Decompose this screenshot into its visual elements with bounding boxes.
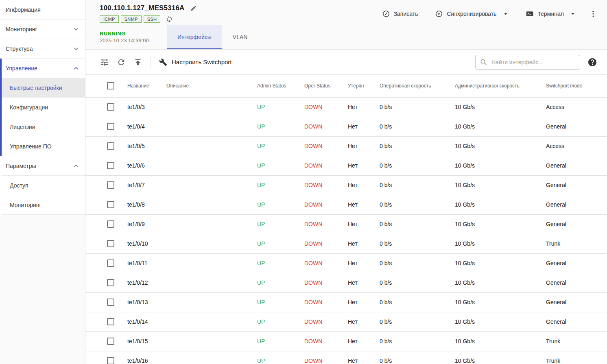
row-checkbox[interactable] [107,279,114,286]
upload-button[interactable] [131,55,145,70]
chevron-up-icon [72,162,80,170]
synchronize-dropdown-button[interactable] [500,7,511,20]
chevron-down-icon [502,10,510,18]
sidebar-item-information[interactable]: Информация [0,0,85,20]
pencil-icon [190,5,197,11]
more-menu-button[interactable] [587,8,599,20]
sidebar-item-label: Управление [6,65,37,72]
cell-admin-speed: 10 Gb/s [455,312,546,331]
row-checkbox[interactable] [107,318,114,325]
refresh-table-button[interactable] [114,55,129,70]
sidebar-item-management[interactable]: Управление [2,59,85,78]
tab-vlan[interactable]: VLAN [222,25,258,49]
table-row: te1/0/9UPDOWNНет0 b/s10 Gb/sGeneral [85,214,607,234]
cell-admin-speed: 10 Gb/s [455,97,546,117]
column-header-description: Описание [166,75,257,97]
sidebar-item-licenses[interactable]: Лицензии [2,117,85,137]
table-row: te1/0/16UPDOWNНет0 b/s10 Gb/sTrunk [85,351,607,364]
row-checkbox[interactable] [107,142,114,150]
sidebar-item-access[interactable]: Доступ [2,176,85,195]
cell-admin-status: UP [257,136,304,156]
cell-oper-status: DOWN [304,253,348,273]
cell-admin-status: UP [257,253,304,273]
write-button[interactable]: Записать [379,7,421,20]
cell-switchport-mode: Trunk [546,351,607,364]
cell-admin-speed: 10 Gb/s [455,331,546,351]
table-row: te1/0/8UPDOWNНет0 b/s10 Gb/sGeneral [85,195,607,214]
sidebar-item-configurations[interactable]: Конфигурации [2,98,85,117]
cell-lost: Нет [348,273,380,292]
cell-lost: Нет [348,234,380,253]
cell-admin-status: UP [257,331,304,351]
row-checkbox[interactable] [107,103,114,111]
cell-oper-speed: 0 b/s [380,156,455,175]
cell-description [166,97,257,117]
row-checkbox[interactable] [107,123,114,130]
cell-description [166,234,257,253]
row-checkbox[interactable] [107,220,114,228]
cell-oper-speed: 0 b/s [380,351,455,364]
cell-admin-status: UP [257,214,304,234]
app-root: Информация Мониторинг Структура Управлен… [0,0,607,364]
row-checkbox[interactable] [107,162,114,169]
device-actions: Записать Синхронизировать Терминал [379,7,599,20]
cell-lost: Нет [348,136,380,156]
protocol-badge-ssh: SSH [144,15,161,23]
cell-name: te1/0/7 [127,175,166,195]
table-row: te1/0/12UPDOWNНет0 b/s10 Gb/sGeneral [85,273,607,292]
sidebar-item-software-management[interactable]: Управление ПО [2,137,85,156]
row-checkbox[interactable] [107,240,114,247]
sidebar-item-monitoring[interactable]: Мониторинг [0,20,85,39]
select-all-checkbox[interactable] [107,82,114,89]
row-checkbox[interactable] [107,201,114,208]
column-settings-button[interactable] [97,55,112,70]
sidebar-item-label: Структура [6,46,33,52]
synchronize-label: Синхронизировать [447,11,496,17]
row-checkbox[interactable] [107,338,114,345]
cell-admin-speed: 10 Gb/s [455,234,546,253]
cell-name: te1/0/4 [127,117,166,136]
sidebar-item-label: Доступ [10,182,28,189]
row-checkbox[interactable] [107,259,114,267]
cell-admin-status: UP [257,175,304,195]
sidebar-item-label: Мониторинг [10,202,41,208]
sidebar-item-quick-settings[interactable]: Быстрые настройки [2,78,85,98]
terminal-button[interactable]: Терминал [522,7,567,20]
cell-switchport-mode: General [546,117,607,136]
device-header: 100.110.1.127_MES5316A ICMP SNMP SSH [85,0,607,25]
cell-name: te1/0/9 [127,214,166,234]
sidebar-item-structure[interactable]: Структура [0,39,85,59]
cell-name: te1/0/16 [127,351,166,364]
play-circle-icon [435,10,443,18]
cell-name: te1/0/10 [127,234,166,253]
chevron-down-icon [72,25,80,33]
cell-description [166,117,257,136]
cell-admin-status: UP [257,292,304,312]
search-input[interactable] [491,59,576,65]
cell-name: te1/0/13 [127,292,166,312]
cell-lost: Нет [348,156,380,175]
cell-oper-status: DOWN [304,234,348,253]
configure-switchport-button[interactable]: Настроить Switchport [156,56,235,69]
row-checkbox[interactable] [107,181,114,189]
column-header-admin-speed: Административная скорость [455,75,546,97]
cell-name: te1/0/15 [127,331,166,351]
row-checkbox[interactable] [107,357,114,364]
edit-title-button[interactable] [190,4,198,12]
synchronize-button[interactable]: Синхронизировать [432,7,500,20]
sidebar-group-parameters: Параметры Доступ Мониторинг [0,156,85,215]
sidebar-item-parameters[interactable]: Параметры [2,156,85,176]
tab-interfaces[interactable]: Интерфейсы [167,25,222,49]
cell-admin-status: UP [257,312,304,331]
help-button[interactable] [587,57,598,68]
cell-switchport-mode: Trunk [546,234,607,253]
cell-lost: Нет [348,214,380,234]
terminal-dropdown-button[interactable] [567,7,579,20]
cell-description [166,156,257,175]
wrench-icon [159,58,167,66]
cell-admin-speed: 10 Gb/s [455,292,546,312]
row-checkbox[interactable] [107,299,114,306]
table-row: te1/0/7UPDOWNНет0 b/s10 Gb/sGeneral [85,175,607,195]
refresh-availability-button[interactable] [165,15,174,24]
sidebar-item-monitoring-sub[interactable]: Мониторинг [2,195,85,215]
